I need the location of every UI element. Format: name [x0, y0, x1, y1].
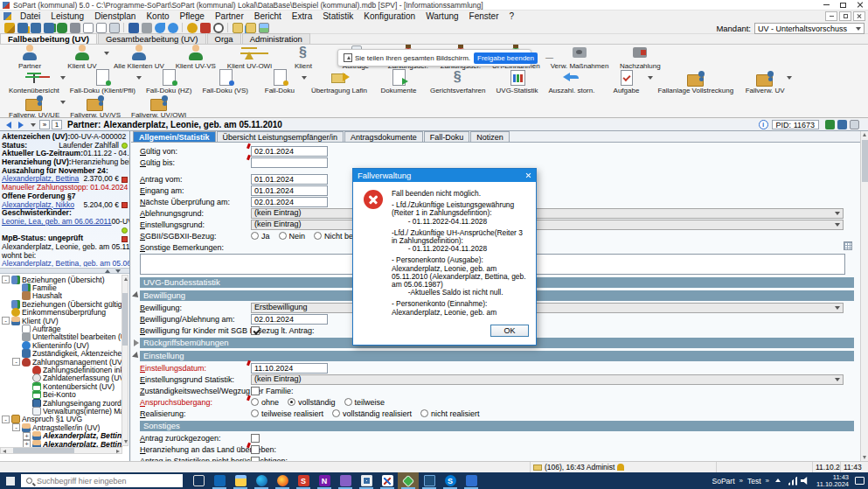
- tray-clock[interactable]: 11:43 11.10.2024: [816, 474, 849, 488]
- tree-expander-icon[interactable]: -: [12, 423, 20, 431]
- monitor-icon[interactable]: [837, 120, 847, 129]
- tray-expand-icon[interactable]: [773, 477, 783, 486]
- radio-option-vollständig[interactable]: vollständig: [288, 398, 336, 407]
- tree-horizontal-scrollbar[interactable]: [0, 447, 122, 454]
- dropdown-input[interactable]: (kein Eintrag): [251, 220, 844, 230]
- radio-option-ja[interactable]: Ja: [251, 232, 270, 241]
- date-input[interactable]: 02.01.2024: [251, 314, 328, 325]
- ribbon-fallverw-uv-vs[interactable]: Fallverw. UV/VS: [65, 94, 126, 118]
- radio-option-teilweise[interactable]: teilweise: [344, 398, 385, 407]
- radio-icon[interactable]: [288, 398, 295, 406]
- date-input[interactable]: 01.01.2024: [251, 185, 328, 196]
- tree-item-anspruch-1-uvg[interactable]: -Anspruch §1 UVG: [0, 416, 122, 423]
- menu-fenster[interactable]: Fenster: [464, 10, 504, 22]
- new-document-icon[interactable]: [83, 23, 94, 33]
- mail-icon[interactable]: [233, 23, 243, 33]
- case-link[interactable]: Alexanderplatz, Bettina, geb. am 05.06.1…: [2, 260, 129, 267]
- menu-leistung[interactable]: Leistung: [45, 10, 89, 22]
- tray-group-sopart[interactable]: SoPart: [712, 477, 735, 486]
- tree-item-haushalt[interactable]: Haushalt: [0, 292, 122, 300]
- section-collapse-icon[interactable]: [133, 293, 140, 298]
- tree-expander-icon[interactable]: +: [23, 432, 31, 440]
- tree-item-antragsteller-in-uv[interactable]: -Antragsteller/in (UV): [0, 423, 122, 431]
- form-tab-übersicht-leistungsempfänger-in[interactable]: Übersicht Leistungsempfänger/in: [217, 131, 344, 142]
- sopart-green-icon[interactable]: [398, 472, 419, 489]
- volume-icon[interactable]: [801, 477, 811, 486]
- template-icon[interactable]: [96, 23, 107, 33]
- menu-statistik[interactable]: Statistik: [317, 10, 358, 22]
- ribbon-fall-doku[interactable]: Fall-Doku: [253, 69, 306, 94]
- checkbox-input[interactable]: [251, 434, 260, 443]
- edge-icon[interactable]: [251, 472, 272, 489]
- ribbon-fall-doku-vs[interactable]: Fall-Doku (VS): [197, 69, 253, 94]
- menu-dienstplan[interactable]: Dienstplan: [89, 10, 141, 22]
- ribbon-gerichtsverfahren[interactable]: Gerichtsverfahren: [425, 69, 491, 94]
- taskbar-search[interactable]: [21, 474, 183, 487]
- clipboard-icon[interactable]: [109, 23, 120, 33]
- page-button[interactable]: 1: [52, 120, 62, 129]
- ribbon-auszahl-storn[interactable]: Auszahl. storn.: [544, 69, 601, 94]
- tree-vertical-scrollbar[interactable]: [122, 275, 128, 446]
- tree-item-klient-uv[interactable]: -Klient (UV): [0, 317, 122, 325]
- tree-expander-icon[interactable]: -: [2, 317, 10, 325]
- date-input[interactable]: 02.01.2024: [251, 146, 328, 157]
- ribbon-klient[interactable]: Klient: [277, 45, 330, 69]
- display-icon[interactable]: [419, 472, 440, 489]
- form-vertical-scrollbar[interactable]: [860, 131, 868, 461]
- tree-item-bei-konto[interactable]: Bei-Konto: [0, 390, 122, 398]
- task-view-icon[interactable]: [188, 472, 209, 489]
- date-input[interactable]: 02.01.2024: [251, 197, 328, 207]
- ribbon-fall-doku-hz[interactable]: Fall-Doku (HZ): [141, 69, 197, 94]
- mandant-dropdown[interactable]: UV - Unterhaltsvorschuss: [754, 23, 865, 34]
- close-button[interactable]: [851, 0, 868, 10]
- splitter-up-icon[interactable]: [103, 269, 112, 273]
- radio-option-nein[interactable]: Nein: [279, 232, 306, 241]
- skype-icon[interactable]: S: [440, 472, 461, 489]
- ribbon-uvg-statistik[interactable]: UVG-Statistik: [491, 69, 544, 94]
- section-collapse-icon[interactable]: [133, 353, 140, 359]
- search-icon[interactable]: [213, 23, 224, 33]
- ribbon-fallanlage-vollstreckung[interactable]: Fallanlage Vollstreckung: [652, 69, 739, 94]
- splitter-down-icon[interactable]: [114, 269, 122, 273]
- layout-grid-icon[interactable]: [850, 120, 859, 129]
- dropdown-input[interactable]: Erstbewilligung: [251, 303, 844, 313]
- tree-expander-icon[interactable]: -: [2, 276, 10, 283]
- checkbox-input[interactable]: [251, 326, 260, 335]
- radio-icon[interactable]: [332, 409, 340, 417]
- explorer-icon[interactable]: [230, 472, 251, 489]
- ribbon-kontenübersicht[interactable]: Kontenübersicht: [3, 69, 65, 94]
- checkbox-input[interactable]: [251, 445, 260, 454]
- radio-icon[interactable]: [251, 409, 259, 417]
- tree-item-beziehungen-übersicht[interactable]: -Beziehungen (Übersicht): [0, 276, 122, 283]
- search-input[interactable]: [37, 477, 159, 486]
- unlink-icon[interactable]: [187, 23, 198, 33]
- case-link[interactable]: Leonie, Lea, geb. am 06.06.2011: [2, 218, 112, 227]
- ribbon-fall-doku-klient-pfli[interactable]: Fall-Doku (Klient/Pfli): [65, 69, 141, 94]
- sopart-red-icon[interactable]: S: [293, 472, 314, 489]
- outlook-icon[interactable]: [209, 472, 230, 489]
- tree-item-kontenübersicht-uv[interactable]: Kontenübersicht (UV): [0, 382, 122, 390]
- tree-item-unterhaltstitel-bearbeiten-uv[interactable]: Unterhaltstitel bearbeiten (UV): [0, 333, 122, 341]
- radio-icon[interactable]: [344, 398, 352, 406]
- print-icon[interactable]: [142, 23, 152, 33]
- date-input[interactable]: [251, 157, 328, 168]
- radio-icon[interactable]: [279, 232, 287, 240]
- section-collapse-icon[interactable]: [133, 339, 140, 346]
- menu-bericht[interactable]: Bericht: [249, 10, 287, 22]
- radio-option-nicht-realisiert[interactable]: nicht realisiert: [420, 409, 480, 418]
- ribbon-alle-klienten-uv[interactable]: Alle Klienten UV: [108, 45, 170, 69]
- form-tab-antragsdokumente[interactable]: Antragsdokumente: [344, 131, 423, 142]
- menu-partner[interactable]: Partner: [210, 10, 249, 22]
- key-icon[interactable]: [4, 23, 15, 33]
- panel-splitter[interactable]: [0, 268, 129, 274]
- radio-icon[interactable]: [314, 232, 322, 240]
- ribbon-fallverw-uv-ue[interactable]: Fallverw. UV/UE: [3, 94, 65, 118]
- tree-expander-icon[interactable]: -: [2, 416, 10, 423]
- form-tab-notizen[interactable]: Notizen: [470, 131, 510, 142]
- next-partner-button[interactable]: [15, 120, 26, 129]
- partner-history-dropdown[interactable]: [27, 120, 38, 129]
- tree-item-klienteninfo-uv[interactable]: Klienteninfo (UV): [0, 341, 122, 349]
- vs-icon[interactable]: [335, 472, 356, 489]
- add-client-icon[interactable]: [17, 23, 28, 33]
- chevron-down-icon[interactable]: [787, 76, 792, 80]
